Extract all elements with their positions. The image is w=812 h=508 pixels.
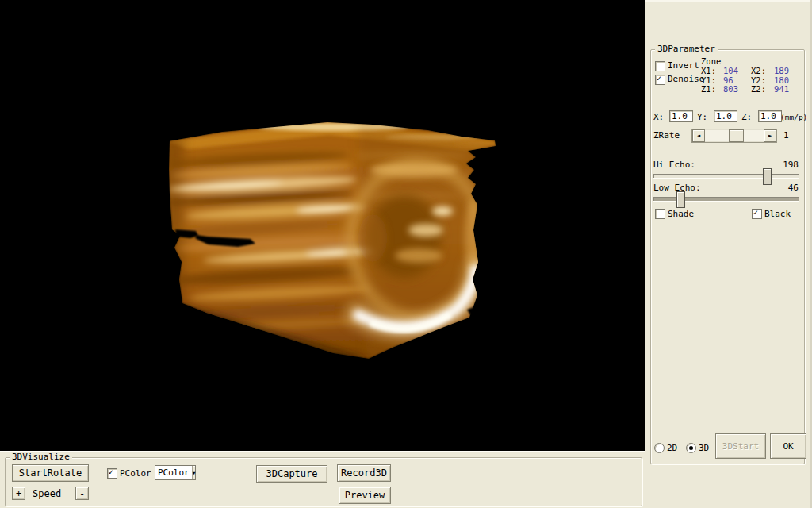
parameter-panel: 3DParameter Invert Denoise Zone X1: 104 … xyxy=(645,0,812,508)
preview-button[interactable]: Preview xyxy=(339,487,391,504)
start3d-button[interactable]: 3DStart xyxy=(715,433,766,459)
speed-plus-button[interactable]: + xyxy=(12,487,25,500)
chevron-down-icon[interactable]: ▼ xyxy=(192,466,196,479)
start-rotate-button[interactable]: StartRotate xyxy=(12,464,89,482)
low-echo-slider[interactable] xyxy=(653,197,799,201)
pcolor-select-value: PColor xyxy=(155,467,192,479)
mode-3d-label: 3D xyxy=(699,444,709,453)
denoise-checkbox[interactable] xyxy=(655,75,665,85)
zrate-label: ZRate xyxy=(653,131,680,140)
hi-echo-value: 198 xyxy=(783,160,799,170)
render-viewport[interactable] xyxy=(0,0,645,451)
scale-y-input[interactable] xyxy=(714,110,737,122)
scale-y-label: Y: xyxy=(697,113,707,122)
low-echo-thumb[interactable] xyxy=(676,191,685,208)
scale-unit-label: (mm/p) xyxy=(780,113,807,122)
speed-minus-button[interactable]: - xyxy=(75,487,89,500)
zone-x1-label: X1: xyxy=(701,67,723,76)
invert-checkbox[interactable] xyxy=(655,61,665,71)
ultrasound-3d-app: { "panel3d": { "title": "3DParameter", "… xyxy=(0,0,812,508)
hi-echo-thumb[interactable] xyxy=(763,168,772,185)
speed-label: Speed xyxy=(33,489,61,498)
zone-title: Zone xyxy=(701,56,721,66)
scale-x-input[interactable] xyxy=(669,110,693,122)
group-3dparameter: 3DParameter Invert Denoise Zone X1: 104 … xyxy=(650,49,805,464)
zrate-right-arrow-icon[interactable]: ► xyxy=(764,129,776,142)
zone-z1-label: Z1: xyxy=(701,85,723,94)
low-echo-value: 46 xyxy=(788,183,799,193)
pcolor-checkbox[interactable] xyxy=(107,468,117,479)
zrate-left-arrow-icon[interactable]: ◄ xyxy=(692,129,705,142)
hi-echo-label: Hi Echo: xyxy=(653,160,695,170)
denoise-label: Denoise xyxy=(668,75,704,84)
zone-x2-label: X2: xyxy=(751,67,774,76)
shade-label: Shade xyxy=(668,210,694,219)
zone-x2-value: 189 xyxy=(774,67,802,76)
scale-x-label: X: xyxy=(653,113,664,122)
zone-x1-value: 104 xyxy=(723,67,751,76)
scale-z-input[interactable] xyxy=(758,110,782,122)
zone-values: X1: 104 X2: 189 Y1: 96 Y2: 180 Z1: 803 Z… xyxy=(701,67,802,94)
mode-2d-label: 2D xyxy=(667,444,677,453)
zrate-value: 1 xyxy=(783,131,789,140)
hi-echo-slider[interactable] xyxy=(653,174,799,178)
visualize-panel: 3DVisualize StartRotate PColor PColor ▼ … xyxy=(0,451,645,508)
zrate-thumb[interactable] xyxy=(729,129,744,142)
zrate-scrollbar[interactable]: ◄ ► xyxy=(691,129,777,143)
mode-2d-radio[interactable] xyxy=(654,443,665,453)
zone-z1-value: 803 xyxy=(723,85,751,94)
pcolor-label: PColor xyxy=(120,469,151,479)
volume-render-3d xyxy=(0,0,645,451)
black-label: Black xyxy=(764,210,791,219)
scale-z-label: Z: xyxy=(741,113,752,122)
shade-checkbox[interactable] xyxy=(655,209,665,219)
group-3dvisualize: 3DVisualize StartRotate PColor PColor ▼ … xyxy=(5,457,642,506)
pcolor-select[interactable]: PColor ▼ xyxy=(155,465,196,480)
zone-z2-label: Z2: xyxy=(751,85,774,94)
black-checkbox[interactable] xyxy=(752,209,762,219)
invert-label: Invert xyxy=(668,61,699,71)
capture-3d-button[interactable]: 3DCapture xyxy=(256,465,327,483)
mode-3d-radio[interactable] xyxy=(686,443,696,453)
group-3dparameter-title: 3DParameter xyxy=(655,44,718,54)
record-3d-button[interactable]: Record3D xyxy=(337,464,391,482)
zone-z2-value: 941 xyxy=(774,85,802,94)
group-3dvisualize-title: 3DVisualize xyxy=(10,452,72,462)
ok-button[interactable]: OK xyxy=(770,433,806,459)
